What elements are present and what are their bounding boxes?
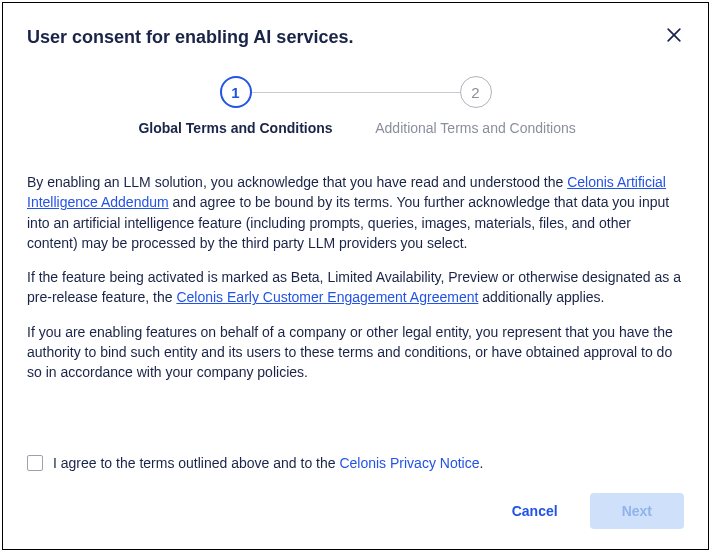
step-2: 2 Additional Terms and Conditions bbox=[356, 76, 596, 136]
paragraph-2: If the feature being activated is marked… bbox=[27, 267, 684, 308]
dialog-footer: Cancel Next bbox=[27, 493, 684, 529]
cancel-button[interactable]: Cancel bbox=[500, 495, 570, 527]
privacy-notice-link[interactable]: Celonis Privacy Notice bbox=[339, 455, 479, 471]
next-button[interactable]: Next bbox=[590, 493, 684, 529]
step-1-label: Global Terms and Conditions bbox=[138, 120, 332, 136]
step-1-circle: 1 bbox=[220, 76, 252, 108]
step-2-circle: 2 bbox=[460, 76, 492, 108]
stepper: 1 Global Terms and Conditions 2 Addition… bbox=[27, 76, 684, 136]
agree-label: I agree to the terms outlined above and … bbox=[53, 455, 483, 471]
agree-checkbox[interactable] bbox=[27, 455, 43, 471]
consent-dialog: User consent for enabling AI services. 1… bbox=[2, 2, 709, 550]
step-1: 1 Global Terms and Conditions bbox=[116, 76, 356, 136]
close-button[interactable] bbox=[660, 21, 688, 49]
step-2-label: Additional Terms and Conditions bbox=[375, 120, 576, 136]
close-icon bbox=[664, 25, 684, 45]
dialog-title: User consent for enabling AI services. bbox=[27, 27, 684, 48]
agree-row: I agree to the terms outlined above and … bbox=[27, 455, 684, 471]
paragraph-1: By enabling an LLM solution, you acknowl… bbox=[27, 172, 684, 253]
content-body: By enabling an LLM solution, you acknowl… bbox=[27, 172, 684, 443]
early-customer-agreement-link[interactable]: Celonis Early Customer Engagement Agreem… bbox=[176, 289, 478, 305]
paragraph-3: If you are enabling features on behalf o… bbox=[27, 322, 684, 383]
